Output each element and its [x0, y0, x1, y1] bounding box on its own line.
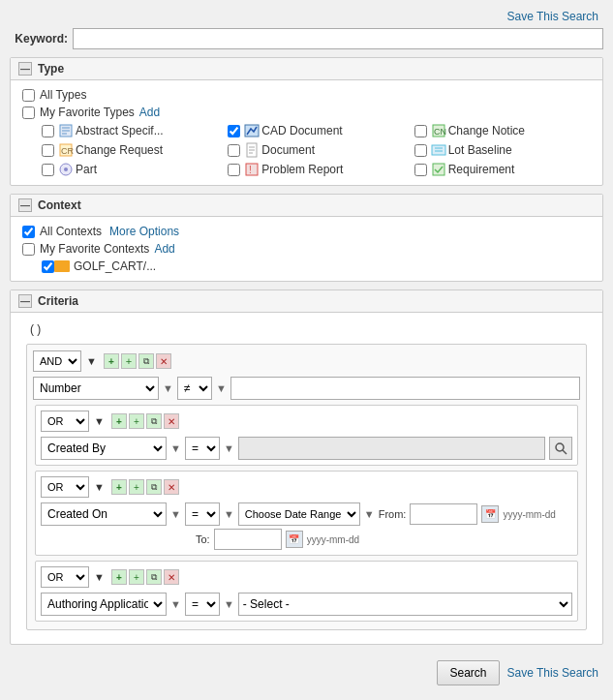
type-grid: Abstract Specif... CAD Document CN Chang…: [42, 123, 591, 177]
or2-add-criterion-icon[interactable]: +: [129, 479, 144, 495]
or-logic-select-2[interactable]: OR AND: [41, 476, 89, 498]
authoring-app-op-select[interactable]: = ≠: [185, 593, 220, 616]
type-checkbox-requirement[interactable]: [414, 164, 427, 176]
svg-rect-20: [433, 164, 444, 175]
folder-icon: [54, 260, 70, 272]
or3-add-group-icon[interactable]: +: [111, 569, 127, 585]
from-date-input[interactable]: [410, 503, 477, 525]
my-favorite-contexts-label: My Favorite Contexts: [40, 242, 149, 256]
add-group-icon[interactable]: +: [104, 353, 119, 369]
copy-icon[interactable]: ⧉: [138, 353, 154, 369]
context-item: GOLF_CART/...: [42, 259, 591, 273]
type-checkbox-change-notice[interactable]: [414, 125, 427, 137]
type-section: — Type All Types My Favorite Types Add A…: [10, 57, 603, 186]
keyword-input[interactable]: [73, 28, 603, 49]
search-button[interactable]: Search: [437, 660, 499, 685]
bottom-save-this-search-link[interactable]: Save This Search: [507, 666, 599, 680]
created-by-value-input[interactable]: [238, 437, 545, 460]
svg-text:CR: CR: [61, 146, 74, 156]
or-criteria-block-1: OR AND ▼ + + ⧉ ✕ Created By: [35, 405, 578, 466]
created-by-op-select[interactable]: = ≠: [185, 437, 220, 460]
all-types-label: All Types: [40, 88, 86, 102]
or3-delete-icon[interactable]: ✕: [164, 569, 179, 585]
created-by-search-button[interactable]: [549, 437, 572, 460]
type-item-change-request: CR Change Request: [42, 142, 218, 158]
my-favorite-types-row: My Favorite Types Add: [22, 106, 591, 119]
or1-add-group-icon[interactable]: +: [111, 413, 127, 429]
my-favorite-types-label: My Favorite Types: [40, 106, 135, 119]
svg-rect-13: [432, 145, 445, 155]
add-type-link[interactable]: Add: [139, 106, 160, 119]
created-by-field-select[interactable]: Created By: [41, 437, 167, 460]
authoring-app-field-select[interactable]: Authoring Application: [41, 593, 167, 616]
and-criteria-row: Number ▼ ≠ = < > ▼: [33, 377, 580, 400]
type-item-problem-report: ! Problem Report: [228, 162, 404, 177]
criteria-section-content: ( ) AND OR ▼ + + ⧉ ✕: [11, 313, 602, 644]
or-criteria-block-2: OR AND ▼ + + ⧉ ✕ Created On: [35, 471, 578, 556]
created-on-op-select[interactable]: = ≠: [185, 502, 220, 526]
my-favorite-contexts-row: My Favorite Contexts Add: [22, 242, 591, 256]
and-toolbar-icons: + + ⧉ ✕: [104, 353, 171, 369]
type-checkbox-problem-report[interactable]: [228, 164, 240, 176]
criteria-section-header: — Criteria: [11, 290, 602, 313]
type-checkbox-cad[interactable]: [228, 125, 240, 137]
all-types-checkbox[interactable]: [22, 89, 35, 102]
bottom-action-row: Search Save This Search: [10, 653, 603, 687]
more-options-link[interactable]: More Options: [109, 225, 179, 238]
criteria-section-title: Criteria: [38, 294, 78, 308]
or2-copy-icon[interactable]: ⧉: [146, 479, 162, 495]
or-toolbar-1-icons: + + ⧉ ✕: [111, 413, 179, 429]
context-collapse-icon[interactable]: —: [18, 198, 32, 212]
type-label-lot-baseline: Lot Baseline: [448, 143, 512, 157]
type-label-problem-report: Problem Report: [261, 163, 343, 176]
from-date-format: yyyy-mm-dd: [503, 509, 555, 520]
my-favorite-types-checkbox[interactable]: [22, 107, 35, 119]
number-op-select[interactable]: ≠ = < >: [177, 377, 212, 400]
all-contexts-label: All Contexts: [40, 225, 102, 238]
type-checkbox-abstract[interactable]: [42, 125, 54, 137]
type-item-abstract: Abstract Specif...: [42, 123, 218, 138]
all-contexts-checkbox[interactable]: [22, 226, 35, 238]
all-contexts-row: All Contexts More Options: [22, 225, 591, 238]
context-item-label: GOLF_CART/...: [74, 259, 156, 273]
type-item-part: Part: [42, 162, 218, 177]
or3-add-criterion-icon[interactable]: +: [129, 569, 144, 585]
criteria-section: — Criteria ( ) AND OR ▼ + + ⧉ ✕: [10, 289, 603, 645]
to-calendar-icon[interactable]: 📅: [286, 531, 303, 548]
created-by-row: Created By ▼ = ≠ ▼: [41, 437, 572, 460]
context-item-checkbox[interactable]: [42, 260, 54, 273]
or-toolbar-2-icons: + + ⧉ ✕: [111, 479, 179, 495]
keyword-label: Keyword:: [15, 32, 68, 46]
and-logic-select[interactable]: AND OR: [33, 350, 81, 372]
type-checkbox-document[interactable]: [228, 144, 240, 157]
top-save-this-search-link[interactable]: Save This Search: [507, 10, 599, 23]
created-on-field-select[interactable]: Created On: [41, 502, 167, 526]
date-range-select[interactable]: Choose Date Range: [238, 502, 360, 526]
svg-text:CN: CN: [434, 127, 446, 137]
type-checkbox-part[interactable]: [42, 164, 54, 176]
type-checkbox-lot-baseline[interactable]: [414, 144, 427, 157]
or1-copy-icon[interactable]: ⧉: [146, 413, 162, 429]
or2-add-group-icon[interactable]: +: [111, 479, 127, 495]
type-collapse-icon[interactable]: —: [18, 62, 32, 76]
or1-delete-icon[interactable]: ✕: [164, 413, 179, 429]
add-context-link[interactable]: Add: [154, 242, 174, 256]
from-calendar-icon[interactable]: 📅: [481, 505, 499, 523]
authoring-app-value-select[interactable]: - Select -: [238, 593, 572, 616]
or3-copy-icon[interactable]: ⧉: [146, 569, 162, 585]
svg-line-22: [563, 450, 567, 454]
my-favorite-contexts-checkbox[interactable]: [22, 243, 35, 256]
or-logic-select-1[interactable]: OR AND: [41, 411, 89, 432]
to-date-format: yyyy-mm-dd: [307, 534, 359, 545]
or-logic-select-3[interactable]: OR AND: [41, 566, 89, 588]
type-checkbox-change-request[interactable]: [42, 144, 54, 157]
delete-icon[interactable]: ✕: [156, 353, 171, 369]
criteria-collapse-icon[interactable]: —: [18, 294, 32, 308]
or2-delete-icon[interactable]: ✕: [164, 479, 179, 495]
to-date-input[interactable]: [214, 529, 282, 550]
add-criterion-icon[interactable]: +: [121, 353, 137, 369]
number-value-input[interactable]: [230, 377, 580, 400]
context-section-content: All Contexts More Options My Favorite Co…: [11, 217, 602, 281]
number-field-select[interactable]: Number: [33, 377, 159, 400]
or1-add-criterion-icon[interactable]: +: [129, 413, 144, 429]
